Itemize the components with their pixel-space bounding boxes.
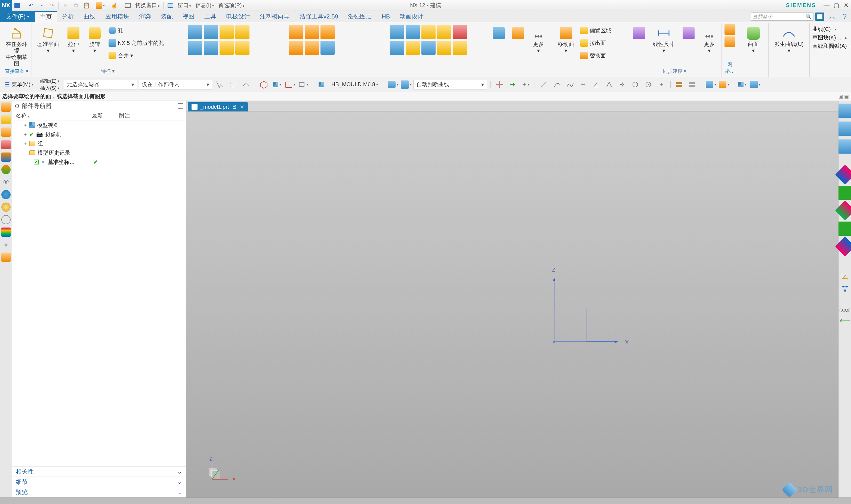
rainbow-icon[interactable] xyxy=(1,228,11,237)
feature-icon[interactable] xyxy=(437,25,451,39)
curve-c-button[interactable]: 曲线(C) xyxy=(812,25,837,33)
rail-icon[interactable] xyxy=(1,140,11,149)
feature-icon[interactable] xyxy=(406,25,420,39)
datum-csys[interactable]: Z X xyxy=(552,274,622,344)
feature-icon[interactable] xyxy=(453,25,467,39)
sel-icon[interactable] xyxy=(214,79,225,90)
orange-tool-icon[interactable] xyxy=(95,1,105,10)
feature-icon[interactable] xyxy=(390,25,404,39)
csys-icon[interactable] xyxy=(284,79,296,90)
save-icon[interactable] xyxy=(13,1,22,10)
circle-icon[interactable] xyxy=(629,79,641,90)
sync-icon[interactable] xyxy=(630,24,648,41)
feature-icon[interactable] xyxy=(235,25,249,39)
direct-sketch-group-label[interactable]: 直接草图 ▾ xyxy=(4,67,29,76)
document-tab[interactable]: _model1.prt 🗎 ✕ xyxy=(188,102,248,111)
angle-tool-icon[interactable] xyxy=(590,79,602,90)
cube-icon[interactable] xyxy=(316,79,327,90)
feature-button[interactable] xyxy=(490,24,508,41)
play-icon[interactable] xyxy=(838,221,851,236)
eye-icon[interactable]: 👁 xyxy=(1,178,11,187)
cube-icon[interactable] xyxy=(749,79,761,90)
rail-icon[interactable] xyxy=(838,104,851,118)
play-icon[interactable] xyxy=(838,186,851,200)
info-menu[interactable]: 信息(I) xyxy=(193,2,216,9)
rail-icon[interactable] xyxy=(1,165,11,174)
tab-mold-wizard[interactable]: 注塑模向导 xyxy=(255,11,295,22)
arc-tool-icon[interactable] xyxy=(551,79,562,90)
feature-icon[interactable] xyxy=(305,25,319,39)
measure-icon2[interactable] xyxy=(718,79,730,90)
feature-icon[interactable] xyxy=(453,41,467,55)
graphics-canvas[interactable]: Z X Z X 3D世界网 xyxy=(186,112,838,498)
pin-icon[interactable]: ▣ xyxy=(844,93,849,100)
grid-icon[interactable] xyxy=(494,79,505,90)
feature-icon[interactable] xyxy=(421,41,436,55)
rail-icon[interactable] xyxy=(1,103,11,112)
layer-tool-icon2[interactable] xyxy=(687,79,698,90)
tree-node-datum-csys[interactable]: ✔✦ 基准坐标… ✔ xyxy=(12,157,186,167)
selection-filter-combo[interactable]: 无选择过滤器 xyxy=(64,80,137,89)
feature-icon[interactable] xyxy=(305,41,319,55)
window-menu[interactable]: 窗口 xyxy=(175,2,193,9)
part-tree[interactable]: ＋模型视图 ＋✔📷摄像机 ＋组 －模型历史记录 ✔✦ 基准坐标… ✔ xyxy=(12,121,186,466)
tab-anim-design[interactable]: 动画设计 xyxy=(395,11,429,22)
detail-section[interactable]: 细节⌄ xyxy=(12,477,186,487)
measure-icon[interactable] xyxy=(705,79,717,90)
linear-dim-button[interactable]: 线性尺寸▾ xyxy=(650,24,677,54)
insert-menu[interactable]: 插入(S) xyxy=(37,85,62,92)
rss-icon[interactable] xyxy=(1,190,11,199)
menu-button[interactable]: ☰菜单(M) xyxy=(2,79,36,90)
preview-section[interactable]: 预览⌄ xyxy=(12,487,186,498)
feature-icon[interactable] xyxy=(204,25,218,39)
tree-node-history[interactable]: －模型历史记录 xyxy=(12,148,186,157)
mesh-icon2[interactable] xyxy=(725,36,735,47)
rail-icon[interactable] xyxy=(1,152,11,162)
tab-analyze[interactable]: 分析 xyxy=(57,11,79,22)
tree-node-group[interactable]: ＋组 xyxy=(12,139,186,148)
tab-assembly[interactable]: 装配 xyxy=(156,11,178,22)
feature-icon[interactable] xyxy=(289,41,303,55)
mesh-group-label[interactable]: 网格… xyxy=(725,60,735,76)
feature-icon[interactable] xyxy=(188,41,202,55)
collapse-ribbon-button[interactable]: ︿ xyxy=(826,11,838,22)
net-icon[interactable] xyxy=(841,285,849,294)
search-icon[interactable]: 🔍 xyxy=(805,14,812,20)
feature-icon[interactable] xyxy=(437,41,451,55)
axes-icon[interactable] xyxy=(841,272,849,281)
edit-menu[interactable]: 编辑(E) xyxy=(37,77,62,85)
close-tab-button[interactable]: ✕ xyxy=(240,104,244,110)
line-arc-button[interactable]: 直线和圆弧(A) xyxy=(812,42,851,50)
point-tool-icon[interactable]: ✳ xyxy=(577,79,589,90)
sync-icon2[interactable] xyxy=(680,24,698,41)
tab-view[interactable]: 视图 xyxy=(178,11,199,22)
undo-dropdown[interactable] xyxy=(37,1,46,10)
feature-icon[interactable] xyxy=(320,41,335,55)
rail-icon[interactable] xyxy=(1,115,11,124)
tab-app-module[interactable]: 应用模块 xyxy=(100,11,134,22)
plus-icon[interactable]: ＋ xyxy=(656,79,667,90)
datum-plane-button[interactable]: 基准平面▾ xyxy=(35,24,62,54)
line-tool-icon[interactable] xyxy=(538,79,550,90)
col-name[interactable]: 名称 xyxy=(12,112,88,119)
feature-icon[interactable] xyxy=(220,25,234,39)
cube-icon[interactable] xyxy=(736,79,748,90)
feature-icon[interactable] xyxy=(390,41,404,55)
rail-icon[interactable] xyxy=(1,253,11,262)
undo-icon[interactable]: ↶ xyxy=(27,1,36,10)
hex-icon[interactable] xyxy=(258,79,270,90)
tab-haoqiang[interactable]: 浩强工具v2.59 xyxy=(295,11,343,22)
file-menu[interactable]: 文件(F) xyxy=(0,11,35,22)
replace-face-button[interactable]: 替换面 xyxy=(580,50,622,61)
tab-haoqiang-layers[interactable]: 浩强图层 xyxy=(343,11,377,22)
tool-icon[interactable]: ✦ xyxy=(520,79,531,90)
cross-icon[interactable]: ✛ xyxy=(616,79,628,90)
origin-icon[interactable]: (0,0,0) xyxy=(839,308,850,312)
tree-node-model-view[interactable]: ＋模型视图 xyxy=(12,121,186,130)
help-button[interactable]: ? xyxy=(838,11,851,22)
more-button[interactable]: 更多▾ xyxy=(700,24,719,54)
window-icon[interactable] xyxy=(123,1,133,10)
rail-icon[interactable] xyxy=(838,122,851,136)
nx5-hole-button[interactable]: NX 5 之前版本的孔 xyxy=(108,37,175,48)
feature-icon[interactable] xyxy=(289,25,303,39)
